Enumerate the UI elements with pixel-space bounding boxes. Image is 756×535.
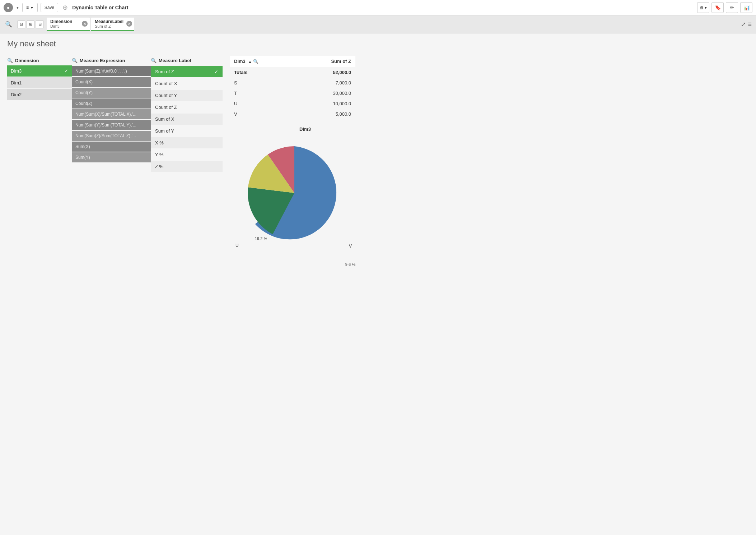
app-title: Dynamic Table or Chart xyxy=(72,5,128,10)
totals-value: 52,000.0 xyxy=(297,67,355,78)
expr-7-label: Sum(X) xyxy=(75,144,90,149)
row-s-value: 7,000.0 xyxy=(297,78,355,88)
expr-2-label: Count(Y) xyxy=(75,90,93,95)
measure-expr-title: Measure Expression xyxy=(80,58,125,63)
measure-expr-item-4[interactable]: Num(Sum(X)/Sum(TOTAL X),'... xyxy=(72,109,151,119)
measure-label-panel: 🔍 Measure Label Sum of Z ✓ Count of X Co… xyxy=(151,56,223,265)
app-dropdown-arrow: ▼ xyxy=(16,6,19,10)
label-0-check: ✓ xyxy=(214,69,218,74)
expr-4-label: Num(Sum(X)/Sum(TOTAL X),'... xyxy=(75,112,136,117)
list-btn[interactable]: ≡ ▼ xyxy=(22,3,38,12)
expand-icon[interactable]: ⤢ xyxy=(741,21,746,28)
row-u-value: 10,000.0 xyxy=(297,98,355,109)
list-dropdown-arrow: ▼ xyxy=(30,6,34,10)
label-7-text: Y % xyxy=(155,152,164,157)
filter2-close[interactable]: ✕ xyxy=(126,21,132,27)
data-table: Dim3 ▲ 🔍 Sum of Z Totals 52,000.0 S 7,00 xyxy=(230,56,355,119)
label-item-sumofz[interactable]: Sum of Z ✓ xyxy=(151,66,223,77)
pen-icon: ✏ xyxy=(730,5,734,10)
filter2-sub: Sum of Z xyxy=(95,24,131,28)
chart-btn[interactable]: 📊 xyxy=(740,2,752,13)
label-item-sumofy[interactable]: Sum of Y xyxy=(151,125,223,137)
divider1: ⊕ xyxy=(62,4,68,11)
dimension-item-dim2[interactable]: Dim2 xyxy=(7,89,72,100)
pen-btn[interactable]: ✏ xyxy=(726,2,738,13)
pie-label-u: U xyxy=(235,243,239,248)
dim2-label: Dim2 xyxy=(11,92,22,97)
sort-icon: ▲ xyxy=(248,60,252,64)
table-chart-area: Dim3 ▲ 🔍 Sum of Z Totals 52,000.0 S 7,00 xyxy=(230,56,381,265)
label-item-countofy[interactable]: Count of Y xyxy=(151,90,223,101)
label-item-sumofx[interactable]: Sum of X xyxy=(151,114,223,125)
expr-8-label: Sum(Y) xyxy=(75,155,90,160)
list-icon2[interactable]: ≡ xyxy=(748,20,752,28)
filter-search-icon[interactable]: 🔍 xyxy=(3,15,14,33)
filter1-close[interactable]: ✕ xyxy=(82,21,88,27)
pie-chart-svg xyxy=(230,135,359,250)
fit-btn[interactable]: ⊡ xyxy=(17,20,25,28)
filter1-title: Dimension xyxy=(50,19,86,24)
dim1-label: Dim1 xyxy=(11,80,22,86)
chart-area: Dim3 xyxy=(230,126,381,265)
dimension-item-dim1[interactable]: Dim1 xyxy=(7,77,72,88)
measure-expr-item-7[interactable]: Sum(X) xyxy=(72,142,151,152)
totals-label: Totals xyxy=(230,67,297,78)
list-icon: ≡ xyxy=(26,5,29,10)
row-v-dim: V xyxy=(230,109,297,119)
measure-label-header: 🔍 Measure Label xyxy=(151,56,223,65)
dim3-label: Dim3 xyxy=(11,68,22,74)
measure-label-filter-chip[interactable]: MeasureLabel Sum of Z ✕ xyxy=(91,18,134,31)
col-search-icon[interactable]: 🔍 xyxy=(253,59,258,64)
expr-3-label: Count(Z) xyxy=(75,101,92,106)
app-icon-btn[interactable]: ● xyxy=(4,3,13,12)
measure-expression-list: Num(Sum(Z),'#,##0.0',',','.') Count(X) C… xyxy=(72,66,151,162)
pie-container: T 57.7 % U 19.2 % S 13.5 % V 9.6 % xyxy=(230,135,381,265)
measure-expr-item-0[interactable]: Num(Sum(Z),'#,##0.0',',','.') xyxy=(72,66,151,76)
expr-6-label: Num(Sum(Z)/Sum(TOTAL Z),'... xyxy=(75,133,136,138)
label-0-text: Sum of Z xyxy=(155,69,174,74)
filter-btn3[interactable]: ⊟ xyxy=(36,20,44,28)
filter-btn2[interactable]: ⊞ xyxy=(27,20,34,28)
table-row: T 30,000.0 xyxy=(230,88,355,98)
save-label: Save xyxy=(45,5,54,10)
dimension-item-dim3[interactable]: Dim3 ✓ xyxy=(7,65,72,77)
label-item-ypct[interactable]: Y % xyxy=(151,149,223,160)
expr-1-label: Count(X) xyxy=(75,79,93,84)
dim3-check: ✓ xyxy=(64,68,68,74)
save-button[interactable]: Save xyxy=(41,3,58,12)
row-u-dim: U xyxy=(230,98,297,109)
dimension-search-icon: 🔍 xyxy=(7,58,13,63)
monitor-dropdown: ▼ xyxy=(704,6,708,10)
label-item-zpct[interactable]: Z % xyxy=(151,161,223,172)
bookmark-btn[interactable]: 🔖 xyxy=(711,2,724,13)
dimension-panel-header: 🔍 Dimension xyxy=(7,56,72,65)
table-row: V 5,000.0 xyxy=(230,109,355,119)
label-item-countofz[interactable]: Count of Z xyxy=(151,102,223,113)
label-1-text: Count of X xyxy=(155,81,177,86)
filter2-title: MeasureLabel xyxy=(95,19,131,24)
col1-header[interactable]: Dim3 ▲ 🔍 xyxy=(230,56,297,67)
expr-5-label: Num(Sum(Y)/Sum(TOTAL Y),'... xyxy=(75,123,136,128)
measure-expr-item-3[interactable]: Count(Z) xyxy=(72,98,151,109)
dimension-filter-chip[interactable]: Dimension Dim3 ✕ xyxy=(47,18,90,31)
filterbar-right-icons: ⤢ ≡ xyxy=(739,15,753,33)
measure-label-title: Measure Label xyxy=(159,58,191,63)
label-item-countofx[interactable]: Count of X xyxy=(151,78,223,89)
col2-header[interactable]: Sum of Z xyxy=(297,56,355,67)
measure-label-search-icon: 🔍 xyxy=(151,58,157,63)
monitor-btn[interactable]: 🖥 ▼ xyxy=(697,2,709,13)
col2-header-label: Sum of Z xyxy=(331,59,351,64)
label-item-xpct[interactable]: X % xyxy=(151,137,223,148)
dimension-panel-title: Dimension xyxy=(15,58,39,63)
table-row: S 7,000.0 xyxy=(230,78,355,88)
measure-expr-search-icon: 🔍 xyxy=(72,58,78,63)
main-content: 🔍 Dimension Dim3 ✓ Dim1 Dim2 🔍 Measure E… xyxy=(0,52,756,268)
measure-expr-item-2[interactable]: Count(Y) xyxy=(72,88,151,98)
measure-expr-item-8[interactable]: Sum(Y) xyxy=(72,152,151,162)
label-3-text: Count of Z xyxy=(155,105,177,110)
measure-expr-item-6[interactable]: Num(Sum(Z)/Sum(TOTAL Z),'... xyxy=(72,131,151,141)
table-row: U 10,000.0 xyxy=(230,98,355,109)
measure-expr-item-1[interactable]: Count(X) xyxy=(72,77,151,87)
measure-expr-item-5[interactable]: Num(Sum(Y)/Sum(TOTAL Y),'... xyxy=(72,120,151,130)
pie-label-v: V xyxy=(349,244,352,249)
